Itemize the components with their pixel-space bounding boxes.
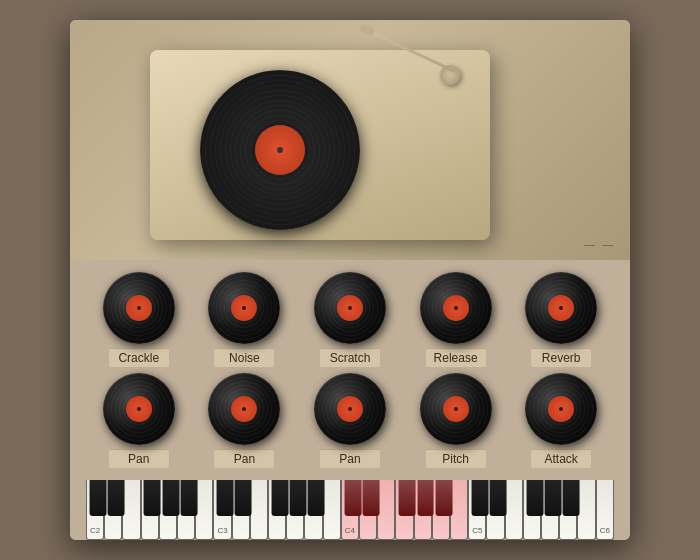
keyboard-container: C2C3C4C5C6	[86, 480, 614, 540]
black-key-0[interactable]	[89, 480, 106, 516]
knob-release[interactable]	[420, 272, 492, 344]
black-key-12[interactable]	[399, 480, 416, 516]
knob-center	[231, 295, 257, 321]
knob-ring	[208, 373, 280, 445]
black-key-9[interactable]	[308, 480, 325, 516]
octave-label-C6: C6	[600, 526, 610, 535]
knob-attack[interactable]	[525, 373, 597, 445]
knob-label-crackle: Crackle	[109, 348, 169, 367]
knob-scratch[interactable]	[314, 272, 386, 344]
record-center-hole	[277, 147, 283, 153]
knob-reverb[interactable]	[525, 272, 597, 344]
knob-label-pan2: Pan	[214, 449, 274, 468]
knob-center	[231, 396, 257, 422]
black-key-6[interactable]	[235, 480, 252, 516]
knob-center	[443, 396, 469, 422]
plugin-window: Crackle Noise	[70, 20, 630, 540]
knob-center	[337, 396, 363, 422]
knob-label-noise: Noise	[214, 348, 274, 367]
octave-label-C5: C5	[472, 526, 482, 535]
knob-item-scratch: Scratch	[314, 272, 386, 367]
knob-dot	[348, 407, 352, 411]
knob-dot	[559, 407, 563, 411]
keyboard: C2C3C4C5C6	[86, 480, 614, 540]
white-key-6[interactable]	[195, 480, 213, 540]
black-key-2[interactable]	[144, 480, 161, 516]
knob-dot	[348, 306, 352, 310]
knob-center	[126, 295, 152, 321]
knob-dot	[454, 407, 458, 411]
knob-crackle[interactable]	[103, 272, 175, 344]
knob-ring	[314, 373, 386, 445]
knob-item-reverb: Reverb	[525, 272, 597, 367]
white-key-28[interactable]: C6	[596, 480, 614, 540]
knob-dot	[242, 306, 246, 310]
knob-pan1[interactable]	[103, 373, 175, 445]
knobs-row-2: Pan Pan	[86, 373, 614, 468]
octave-label-C3: C3	[217, 526, 227, 535]
knob-center	[548, 295, 574, 321]
black-key-17[interactable]	[526, 480, 543, 516]
knob-pan2[interactable]	[208, 373, 280, 445]
knob-ring	[314, 272, 386, 344]
turntable-section	[70, 20, 630, 260]
black-key-14[interactable]	[435, 480, 452, 516]
white-key-20[interactable]	[450, 480, 468, 540]
turntable-scene	[70, 20, 630, 260]
knob-ring	[103, 373, 175, 445]
knob-ring	[525, 373, 597, 445]
knob-ring	[420, 373, 492, 445]
knob-item-crackle: Crackle	[103, 272, 175, 367]
black-key-7[interactable]	[271, 480, 288, 516]
knob-ring	[420, 272, 492, 344]
black-key-11[interactable]	[362, 480, 379, 516]
white-key-2[interactable]	[122, 480, 140, 540]
knob-label-release: Release	[426, 348, 486, 367]
black-key-5[interactable]	[217, 480, 234, 516]
black-key-13[interactable]	[417, 480, 434, 516]
knob-label-scratch: Scratch	[320, 348, 380, 367]
black-key-4[interactable]	[180, 480, 197, 516]
knob-item-attack: Attack	[525, 373, 597, 468]
knob-label-pan1: Pan	[109, 449, 169, 468]
white-key-13[interactable]	[323, 480, 341, 540]
knob-item-pan3: Pan	[314, 373, 386, 468]
knob-pitch[interactable]	[420, 373, 492, 445]
knob-noise[interactable]	[208, 272, 280, 344]
knob-dot	[242, 407, 246, 411]
knob-dot	[137, 306, 141, 310]
knob-item-pan2: Pan	[208, 373, 280, 468]
octave-label-C2: C2	[90, 526, 100, 535]
white-key-16[interactable]	[377, 480, 395, 540]
white-key-9[interactable]	[250, 480, 268, 540]
black-key-1[interactable]	[108, 480, 125, 516]
knob-label-pan3: Pan	[320, 449, 380, 468]
black-key-19[interactable]	[563, 480, 580, 516]
knob-center	[443, 295, 469, 321]
white-key-23[interactable]	[505, 480, 523, 540]
knob-center	[126, 396, 152, 422]
tonearm	[364, 28, 456, 73]
knob-item-noise: Noise	[208, 272, 280, 367]
knob-item-release: Release	[420, 272, 492, 367]
black-key-18[interactable]	[545, 480, 562, 516]
knob-item-pan1: Pan	[103, 373, 175, 468]
black-key-3[interactable]	[162, 480, 179, 516]
white-key-27[interactable]	[577, 480, 595, 540]
black-key-16[interactable]	[490, 480, 507, 516]
platter	[200, 70, 360, 230]
black-key-8[interactable]	[290, 480, 307, 516]
knob-ring	[525, 272, 597, 344]
black-keys-overlay	[86, 480, 614, 516]
knob-ring	[103, 272, 175, 344]
knob-ring	[208, 272, 280, 344]
brand-label	[584, 238, 615, 250]
black-key-15[interactable]	[472, 480, 489, 516]
knob-center	[548, 396, 574, 422]
knob-dot	[137, 407, 141, 411]
black-key-10[interactable]	[344, 480, 361, 516]
octave-label-C4: C4	[345, 526, 355, 535]
knob-pan3[interactable]	[314, 373, 386, 445]
knob-item-pitch: Pitch	[420, 373, 492, 468]
knob-dot	[454, 306, 458, 310]
